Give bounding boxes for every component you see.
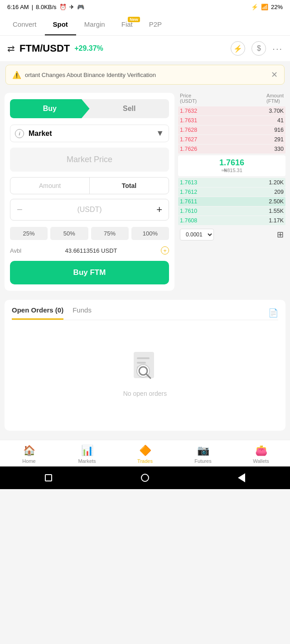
home-label: Home [22,458,35,464]
empty-state: No open orders [12,320,278,424]
ticker-icons: ⚡ $ ··· [231,41,283,56]
status-data-speed: 8.0KB/s [36,4,57,10]
order-book: Price(USDT) Amount(FTM) 1.7632 3.70K 1.7… [174,93,285,291]
home-icon: 🏠 [23,445,35,457]
status-time: 6:16 AM [7,4,29,10]
status-bar: 6:16 AM | 8.0KB/s ⏰ ✈ 🎮 ⚡ 📶 22% [0,0,290,14]
svg-rect-1 [137,357,150,359]
buy-amount-1: 1.20K [269,179,284,186]
buy-price-1: 1.7613 [180,179,197,186]
plus-button[interactable]: + [156,204,162,216]
percentage-row: 25% 50% 75% 100% [10,227,169,240]
nav-futures[interactable]: 📷 Futures [174,445,232,464]
sell-price-3: 1.7628 [180,127,197,133]
usdt-input-row[interactable]: − (USDT) + [10,199,169,221]
ticker-symbol[interactable]: FTM/USDT [19,43,70,54]
tab-fiat[interactable]: Fiat New [113,14,141,35]
ticker-change: +29.37% [74,44,103,53]
fiat-new-badge: New [128,17,140,22]
nav-markets[interactable]: 📊 Markets [58,445,116,464]
alert-banner: ⚠️ ortant Changes About Binance Identity… [5,65,285,85]
avbl-label: Avbl [10,247,21,254]
nav-wallets[interactable]: 👛 Wallets [232,445,290,464]
minus-button[interactable]: − [17,204,23,216]
grid-view-icon[interactable]: ⊞ [277,230,284,240]
tab-margin[interactable]: Margin [76,14,113,35]
ticker-row: ⇄ FTM/USDT +29.37% ⚡ $ ··· [0,36,290,61]
chart-icon[interactable]: ⚡ [231,41,245,56]
buy-amount-2: 209 [274,189,284,195]
android-nav-bar [0,466,290,489]
battery-level: 22% [271,4,283,10]
alarm-icon: ⏰ [59,4,67,10]
tab-spot[interactable]: Spot [45,14,76,35]
dollar-icon[interactable]: $ [251,41,266,56]
sell-order-row: 1.7627 291 [178,135,285,144]
market-price-field: Market Price [10,148,169,172]
switch-pair-icon[interactable]: ⇄ [7,43,15,54]
buy-order-row: 1.7611 2.50K [178,197,285,206]
bottom-nav: 🏠 Home 📊 Markets 🔶 Trades 📷 Futures 👛 Wa… [0,440,290,466]
open-orders-tab[interactable]: Open Orders (0) [12,306,63,320]
min-ticket-select[interactable]: 0.0001 [180,229,214,240]
tab-p2p[interactable]: P2P [141,14,170,35]
sell-amount-4: 291 [274,136,284,143]
order-type-label: Market [29,130,151,138]
markets-icon: 📊 [81,445,93,457]
orders-tabs: Open Orders (0) Funds 📄 [12,306,278,320]
pct-25-button[interactable]: 25% [10,227,48,240]
telegram-icon: ✈ [69,4,74,10]
buy-price-5: 1.7608 [180,217,197,224]
status-right: ⚡ 📶 22% [251,4,283,10]
total-tab[interactable]: Total [89,178,169,194]
alert-close-button[interactable]: ✕ [271,70,278,80]
android-back-button[interactable] [236,472,247,483]
android-home-button[interactable] [140,472,150,483]
order-form: Buy Sell i Market ▼ Market Price Amount … [5,93,174,291]
add-funds-button[interactable]: + [161,246,169,255]
sell-order-row: 1.7628 916 [178,125,285,135]
sell-price-5: 1.7626 [180,146,197,152]
sell-price-2: 1.7631 [180,117,197,124]
status-left: 6:16 AM | 8.0KB/s ⏰ ✈ 🎮 [7,4,84,10]
main-content: Buy Sell i Market ▼ Market Price Amount … [0,88,290,295]
export-icon[interactable]: 📄 [268,308,278,318]
tab-convert[interactable]: Convert [5,14,45,35]
markets-label: Markets [78,458,96,464]
buy-ftm-button[interactable]: Buy FTM [10,261,169,284]
funds-label: Funds [72,306,92,314]
sell-order-row: 1.7631 41 [178,116,285,125]
sell-amount-1: 3.70K [269,108,284,114]
open-orders-label: Open Orders (0) [12,306,63,314]
nav-home[interactable]: 🏠 Home [0,445,58,464]
buy-button[interactable]: Buy [10,99,90,118]
mid-price-local: ≈₦815.31 [178,168,285,173]
avbl-amount: 43.66113516 USDT [65,247,117,254]
order-book-footer: 0.0001 ⊞ [178,229,285,240]
funds-tab[interactable]: Funds [72,306,92,320]
buy-order-row: 1.7608 1.17K [178,216,285,225]
amount-header: Amount(FTM) [266,93,284,104]
amount-tab[interactable]: Amount [10,178,89,194]
pct-50-button[interactable]: 50% [50,227,88,240]
app-icon: 🎮 [77,4,84,10]
mid-price-value: 1.7616 [178,158,285,168]
buy-order-row: 1.7613 1.20K [178,178,285,187]
pct-75-button[interactable]: 75% [91,227,129,240]
alert-text: ortant Changes About Binance Identity Ve… [25,72,156,78]
android-square-button[interactable] [43,472,54,483]
order-type-selector[interactable]: i Market ▼ [10,125,169,142]
buy-price-4: 1.7610 [180,208,197,214]
open-orders-section: Open Orders (0) Funds 📄 No open orders [5,300,285,431]
buy-amount-4: 1.55K [269,208,284,214]
ticker-left: ⇄ FTM/USDT +29.37% [7,43,103,54]
nav-trades[interactable]: 🔶 Trades [116,445,174,464]
top-nav: Convert Spot Margin Fiat New P2P [0,14,290,36]
market-price-placeholder: Market Price [67,155,112,164]
available-balance-row: Avbl 43.66113516 USDT + [10,246,169,255]
buy-amount-5: 1.17K [269,217,284,224]
pct-100-button[interactable]: 100% [131,227,169,240]
sell-button[interactable]: Sell [90,99,169,118]
wallets-label: Wallets [253,458,269,464]
more-options-icon[interactable]: ··· [272,43,283,54]
